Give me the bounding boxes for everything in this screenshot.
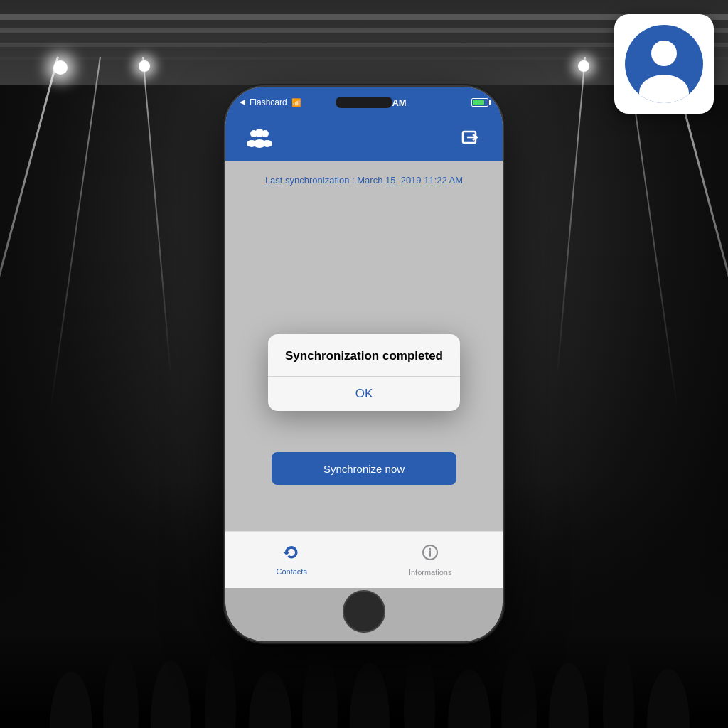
app-icon-body xyxy=(639,75,689,103)
status-bar-right xyxy=(471,98,488,107)
contacts-nav-icon[interactable] xyxy=(247,127,272,153)
dialog-actions: OK xyxy=(268,377,460,411)
nav-bar xyxy=(225,118,503,161)
svg-marker-13 xyxy=(240,100,245,105)
battery-tip xyxy=(489,100,491,105)
carrier-label: Flashcard xyxy=(250,97,287,107)
phone-screen: Flashcard 📶 11:22 AM xyxy=(225,87,503,641)
app-icon xyxy=(614,14,714,114)
export-icon xyxy=(461,127,481,147)
app-icon-graphic xyxy=(625,25,703,103)
svg-point-16 xyxy=(255,129,264,137)
status-bar-left: Flashcard 📶 xyxy=(240,97,301,107)
back-arrow-icon xyxy=(240,100,245,105)
export-nav-icon[interactable] xyxy=(461,127,481,152)
svg-point-18 xyxy=(247,140,257,147)
battery-icon xyxy=(471,98,488,107)
dialog-title-area: Synchronization completed xyxy=(268,334,460,376)
dialog-title: Synchronization completed xyxy=(282,348,446,364)
phone-notch xyxy=(336,97,392,108)
app-icon-head xyxy=(651,41,677,66)
dialog-ok-button[interactable]: OK xyxy=(268,377,460,411)
sync-completed-dialog: Synchronization completed OK xyxy=(268,334,460,410)
wifi-icon: 📶 xyxy=(291,98,301,107)
phone-mockup: Flashcard 📶 11:22 AM xyxy=(225,87,503,641)
battery-fill xyxy=(473,100,484,105)
svg-point-19 xyxy=(262,140,272,147)
phone-body: Flashcard 📶 11:22 AM xyxy=(225,87,503,641)
phone-home-button[interactable] xyxy=(343,590,385,633)
dialog-overlay: Synchronization completed OK xyxy=(225,161,503,584)
group-icon xyxy=(247,127,272,148)
